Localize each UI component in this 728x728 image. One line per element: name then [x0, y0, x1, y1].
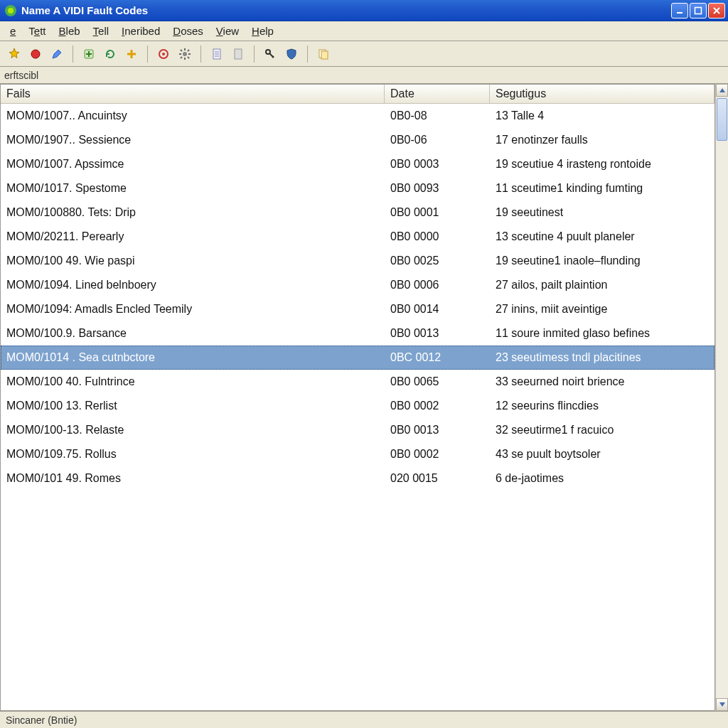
table-row[interactable]: MOM0/109.75. Rollus0B0 000243 se puult b… [1, 442, 714, 466]
plus-icon[interactable] [122, 44, 141, 64]
menu-item[interactable]: Tell [87, 23, 115, 38]
cell-date: 0B0 0014 [385, 303, 490, 316]
cell-fail: MOM0/109.75. Rollus [1, 448, 385, 461]
rows-container: MOM0/1007.. Ancuintsy0B0-0813 Talle 4MOM… [1, 104, 714, 710]
cell-date: 0B0 0000 [385, 230, 490, 243]
status-bar: Sincaner (Bntie) [0, 711, 728, 728]
cell-seg: 17 enotinzer faulls [490, 134, 714, 146]
maximize-button[interactable] [690, 3, 707, 18]
scroll-track[interactable] [716, 97, 728, 698]
main-area: Fails Date Segutigus MOM0/1007.. Ancuint… [0, 84, 728, 711]
table-row[interactable]: MOM0/100 13. Rerlist0B0 000212 seeurins … [1, 394, 714, 418]
table-row[interactable]: MOM0/1007. Apssimce0B0 000319 sceutiue 4… [1, 152, 714, 176]
column-segutigus[interactable]: Segutigus [490, 85, 714, 103]
cell-date: 0B0 0002 [385, 448, 490, 461]
column-fails[interactable]: Fails [1, 85, 385, 103]
cell-date: 0BC 0012 [385, 351, 490, 364]
scroll-down-button[interactable] [716, 698, 728, 711]
table-row[interactable]: MOM0/20211. Perearly0B0 000013 sceutine … [1, 225, 714, 249]
table-row[interactable]: MOM0/100 49. Wie paspi0B0 002519 seeutin… [1, 249, 714, 273]
doc-icon[interactable] [207, 44, 227, 64]
cell-date: 0B0 0013 [385, 424, 490, 437]
cell-fail: MOM0/100.9. Barsance [1, 327, 385, 340]
cell-seg: 23 seeutimess tndl placitines [490, 351, 714, 364]
scroll-thumb[interactable] [717, 98, 727, 141]
cell-date: 0B0 0003 [385, 158, 490, 171]
table-row[interactable]: MOM0/1007.. Ancuintsy0B0-0813 Talle 4 [1, 104, 714, 128]
star-icon[interactable] [4, 44, 24, 64]
cell-fail: MOM0/1007.. Ancuintsy [1, 109, 385, 122]
page-icon[interactable] [228, 44, 248, 64]
cell-date: 0B0-08 [385, 109, 490, 122]
cell-date: 0B0-06 [385, 134, 490, 146]
svg-rect-2 [677, 12, 682, 14]
table-row[interactable]: MOM0/1907.. Sessience0B0-0617 enotinzer … [1, 128, 714, 152]
table-row[interactable]: MOM0/1017. Spestome0B0 009311 sceutime1 … [1, 176, 714, 200]
gear-icon[interactable] [175, 44, 195, 64]
cell-fail: MOM0/100 40. Fulntrince [1, 375, 385, 388]
cell-fail: MOM0/1007. Apssimce [1, 158, 385, 171]
cell-seg: 19 seeutinest [490, 206, 714, 219]
cell-fail: MOM0/100-13. Relaste [1, 424, 385, 437]
menu-item[interactable]: Ineribed [116, 23, 166, 38]
cell-date: 0B0 0065 [385, 375, 490, 388]
svg-point-1 [8, 8, 14, 14]
menu-item[interactable]: e [4, 23, 21, 38]
menu-item[interactable]: Tett [23, 23, 51, 38]
key-icon[interactable] [260, 44, 280, 64]
record-icon[interactable] [26, 44, 46, 64]
cell-date: 0B0 0006 [385, 279, 490, 291]
add-icon[interactable] [79, 44, 99, 64]
cell-fail: MOM0/1014 . Sea cutnbctore [1, 351, 385, 364]
table-row[interactable]: MOM0/100880. Tets: Drip0B0 000119 seeuti… [1, 200, 714, 225]
cell-seg: 11 soure inmited glaso befines [490, 327, 714, 340]
cell-seg: 19 sceutiue 4 irasteng rontoide [490, 158, 714, 171]
list-view[interactable]: Fails Date Segutigus MOM0/1007.. Ancuint… [0, 84, 715, 711]
table-row[interactable]: MOM0/100.9. Barsance0B0 001311 soure inm… [1, 321, 714, 346]
refresh-icon[interactable] [100, 44, 120, 64]
close-button[interactable] [708, 3, 725, 18]
cell-seg: 6 de-jaotimes [490, 472, 714, 485]
cell-fail: MOM0/100 49. Wie paspi [1, 255, 385, 267]
cell-fail: MOM0/101 49. Romes [1, 472, 385, 485]
toolbar-separator [147, 46, 148, 63]
cell-seg: 33 seeurned noirt brience [490, 375, 714, 388]
menu-item[interactable]: Doses [167, 23, 209, 38]
table-row[interactable]: MOM0/100 40. Fulntrince0B0 006533 seeurn… [1, 370, 714, 394]
table-row[interactable]: MOM0/1094: Amadls Encled Teemily0B0 0014… [1, 297, 714, 321]
scroll-up-button[interactable] [716, 84, 728, 97]
menu-bar: eTettBlebTellIneribedDosesViewHelp [0, 21, 728, 41]
cell-fail: MOM0/20211. Perearly [1, 230, 385, 243]
window-buttons [671, 3, 725, 18]
cell-date: 0B0 0002 [385, 400, 490, 412]
target-icon[interactable] [154, 44, 173, 64]
cell-seg: 19 seeutine1 inaole–flunding [490, 255, 714, 267]
toolbar-separator [73, 46, 73, 63]
menu-item[interactable]: View [210, 23, 245, 38]
table-row[interactable]: MOM0/101 49. Romes020 0015 6 de-jaotimes [1, 466, 714, 491]
cell-fail: MOM0/100880. Tets: Drip [1, 206, 385, 219]
menu-item[interactable]: Help [246, 23, 279, 38]
cell-seg: 27 inins, miit aveintige [490, 303, 714, 316]
cell-seg: 43 se puult boytsoler [490, 448, 714, 461]
vertical-scrollbar[interactable] [715, 84, 728, 711]
shield-icon[interactable] [282, 44, 301, 64]
svg-rect-13 [321, 51, 328, 59]
cell-seg: 27 ailos, pailt plaintion [490, 279, 714, 291]
svg-point-7 [162, 53, 165, 55]
column-date[interactable]: Date [385, 85, 490, 103]
cell-fail: MOM0/1017. Spestome [1, 182, 385, 195]
table-row[interactable]: MOM0/1014 . Sea cutnbctore0BC 001223 see… [1, 346, 714, 370]
table-row[interactable]: MOM0/1094. Lined belnboery0B0 000627 ail… [1, 273, 714, 297]
table-row[interactable]: MOM0/100-13. Relaste0B0 001332 seeutirme… [1, 418, 714, 442]
menu-item[interactable]: Bleb [53, 23, 86, 38]
window-title: Name A VIDI Fault Codes [21, 4, 671, 16]
svg-rect-3 [695, 7, 702, 14]
pencil-icon[interactable] [47, 44, 67, 64]
copy-icon[interactable] [314, 44, 333, 64]
cell-date: 020 0015 [385, 472, 490, 485]
column-header: Fails Date Segutigus [1, 85, 714, 104]
path-text: erftscibl [4, 70, 38, 81]
cell-seg: 11 sceutime1 kinding fumting [490, 182, 714, 195]
minimize-button[interactable] [671, 3, 688, 18]
